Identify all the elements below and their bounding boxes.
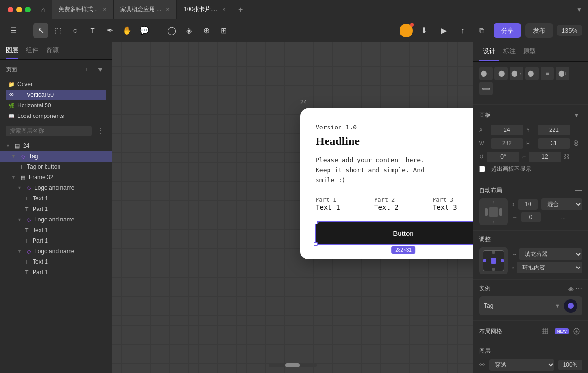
autolayout-remove-icon[interactable]: —: [575, 186, 582, 195]
shape-tool-button[interactable]: ○: [68, 23, 83, 38]
cursor-tool-button[interactable]: ↖: [33, 23, 48, 38]
asset-tool-button[interactable]: ⊕: [199, 23, 214, 38]
tab-1[interactable]: 免费多种样式... ✕: [52, 0, 114, 19]
align-left-button[interactable]: ⬤←: [479, 67, 493, 80]
card-headline: Headline: [316, 135, 473, 148]
eye-icon[interactable]: 👁: [479, 361, 485, 369]
tab-3-close[interactable]: ✕: [222, 7, 226, 12]
menu-button[interactable]: ☰: [6, 23, 21, 38]
opacity-input[interactable]: [558, 360, 582, 370]
add-tab-button[interactable]: +: [233, 5, 248, 14]
page-cover[interactable]: 📁 Cover: [6, 79, 106, 90]
fill-center-handle[interactable]: [491, 258, 496, 264]
close-window-button[interactable]: [8, 7, 13, 12]
canvas-menu-icon[interactable]: ▼: [571, 109, 582, 121]
align-middle-button[interactable]: ≡: [541, 67, 554, 80]
layout-icon[interactable]: ⧉: [474, 23, 490, 38]
component-tool-button[interactable]: ◈: [181, 23, 197, 38]
layer-item-frame32[interactable]: ▼ ▤ Frame 32: [0, 172, 112, 183]
minimize-window-button[interactable]: [16, 7, 22, 12]
grid-tool-button[interactable]: ⊞: [216, 23, 231, 38]
tab-3[interactable]: 100张卡片.... ✕: [177, 0, 233, 19]
layer-item-part1-c[interactable]: T Part 1: [0, 267, 112, 278]
layer-item-24[interactable]: ▼ ▤ 24: [0, 140, 112, 151]
tab-prototype[interactable]: 原型: [519, 42, 540, 61]
layer-item-tag-button[interactable]: T Tag or button: [0, 162, 112, 172]
fill-width-select[interactable]: 填充容器 固定: [519, 248, 582, 260]
canvas-minimap[interactable]: [269, 363, 317, 367]
y-input[interactable]: [538, 125, 570, 135]
instance-select-row[interactable]: Tag ▼: [479, 296, 582, 315]
download-icon[interactable]: ⬇: [417, 23, 432, 38]
instance-link-icon[interactable]: ◈: [568, 285, 574, 292]
publish-button[interactable]: 发布: [525, 23, 553, 38]
align-top-button[interactable]: ⬤↑: [525, 67, 539, 80]
share-alt-icon[interactable]: ↑: [455, 23, 470, 38]
card-component[interactable]: Version 1.0 Headline Please add your con…: [300, 108, 473, 259]
hand-tool-button[interactable]: ✋: [119, 23, 135, 38]
card-button[interactable]: Button: [316, 222, 473, 244]
grid-new-icon[interactable]: [540, 326, 551, 337]
grid-add-icon[interactable]: [571, 326, 582, 337]
align-bottom-button[interactable]: ⬤↓: [556, 67, 569, 80]
layer-item-text1-a[interactable]: T Text 1: [0, 193, 112, 204]
part-1-value: Text 1: [316, 203, 374, 211]
layer-item-logo1[interactable]: ▼ ◇ Logo and name: [0, 183, 112, 193]
align-center-h-button[interactable]: ⬤: [494, 67, 508, 80]
layer-item-text1-b[interactable]: T Text 1: [0, 225, 112, 235]
share-button[interactable]: 分享: [494, 23, 521, 38]
autolayout-mode-select[interactable]: 混合 固定 自动: [541, 198, 582, 210]
chevron-icon: ▼: [12, 154, 17, 159]
frame-tool-button[interactable]: ⬚: [50, 23, 66, 38]
page-vertical-50[interactable]: 👁 ≡ Vertical 50: [6, 90, 106, 100]
layer-item-tag[interactable]: ▼ ◇ Tag: [0, 151, 112, 162]
instance-more-icon[interactable]: ⋯: [576, 285, 582, 292]
blend-mode-select[interactable]: 穿透: [489, 359, 554, 371]
rotation-input[interactable]: [487, 152, 519, 162]
w-input[interactable]: [491, 138, 523, 149]
h-input[interactable]: [538, 138, 570, 149]
fill-height-select[interactable]: 环抱内容 固定: [517, 262, 583, 273]
comment-tool-button[interactable]: 💬: [137, 23, 152, 38]
pen-tool-button[interactable]: ✒: [102, 23, 118, 38]
page-local-components[interactable]: 📖 Local components: [6, 111, 106, 121]
add-page-button[interactable]: +: [81, 64, 93, 75]
tab-assets[interactable]: 资源: [46, 46, 59, 59]
link-icon[interactable]: ⛓: [573, 140, 579, 147]
part-1-label: Part 1: [316, 197, 374, 203]
tab-components[interactable]: 组件: [26, 46, 38, 59]
avatar-button[interactable]: [400, 24, 413, 37]
tab-1-close[interactable]: ✕: [103, 7, 106, 12]
align-right-button[interactable]: ⬤→: [510, 67, 523, 80]
page-horizontal-50[interactable]: 🌿 Horizontal 50: [6, 100, 106, 111]
corner-input[interactable]: [529, 152, 561, 162]
browser-menu-icon[interactable]: ▼: [575, 6, 584, 13]
x-input[interactable]: [491, 125, 523, 135]
filter-icon[interactable]: ⋮: [94, 125, 106, 137]
layer-search-input[interactable]: [6, 126, 92, 136]
layer-item-part1-b[interactable]: T Part 1: [0, 235, 112, 246]
autolayout-gap-input[interactable]: [518, 199, 538, 210]
tab-2-close[interactable]: ✕: [166, 7, 170, 12]
distribute-h-button[interactable]: ⟺: [479, 82, 493, 95]
corner-link-icon[interactable]: ⛓: [564, 153, 570, 160]
autolayout-padding-input[interactable]: [521, 212, 541, 222]
tab-2[interactable]: 家具概念应用 ... ✕: [114, 0, 177, 19]
layer-item-part1-a[interactable]: T Part 1: [0, 204, 112, 214]
layer-item-logo3[interactable]: ▼ ◇ Logo and name: [0, 246, 112, 256]
layer-item-text1-c[interactable]: T Text 1: [0, 256, 112, 267]
layer-item-logo2[interactable]: ▼ ◇ Logo and name: [0, 214, 112, 225]
play-icon[interactable]: ▶: [436, 23, 451, 38]
ellipse-tool-button[interactable]: ◯: [164, 23, 179, 38]
text-tool-button[interactable]: T: [85, 23, 100, 38]
home-icon[interactable]: ⌂: [36, 3, 50, 16]
zoom-level[interactable]: 135%: [557, 25, 582, 36]
canvas-area[interactable]: 24 Version 1.0 Headline Please add your …: [112, 42, 473, 373]
overflow-checkbox[interactable]: [479, 166, 485, 172]
autolayout-preview-box: ↕ ↕: [479, 198, 508, 225]
tab-layers[interactable]: 图层: [6, 46, 18, 59]
tab-annotate[interactable]: 标注: [499, 42, 519, 61]
tab-design[interactable]: 设计: [479, 42, 499, 61]
maximize-window-button[interactable]: [25, 7, 31, 12]
pages-menu-icon[interactable]: ▼: [94, 64, 106, 75]
